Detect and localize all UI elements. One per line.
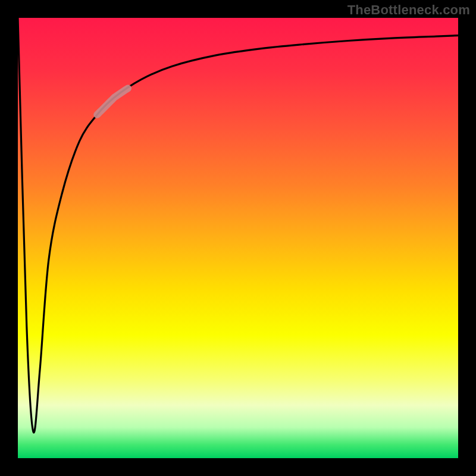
plot-area [18,18,458,458]
curve-svg [18,18,458,458]
highlight-segment [97,88,128,114]
watermark-label: TheBottleneck.com [347,2,470,18]
main-curve [97,88,128,114]
main-curve [18,18,458,433]
chart-container: TheBottleneck.com [0,0,476,476]
